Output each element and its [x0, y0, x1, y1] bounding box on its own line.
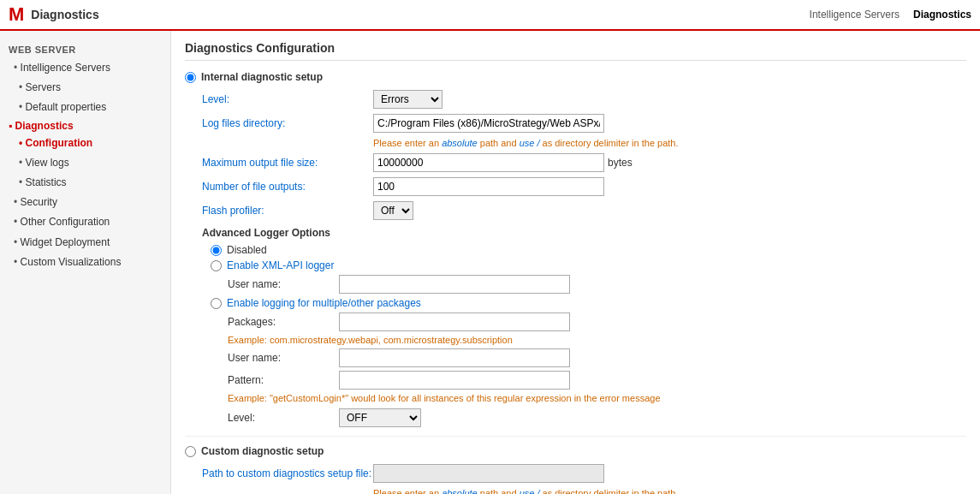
sidebar-item-other-config[interactable]: Other Configuration	[0, 212, 170, 232]
pattern-hint: Example: "getCustomLogin*" would look fo…	[185, 393, 966, 403]
adv-logger-title: Advanced Logger Options	[185, 227, 966, 239]
packages-label: Packages:	[228, 316, 339, 328]
username2-label: User name:	[228, 352, 339, 364]
level-select[interactable]: Errors Warnings Info Debug	[373, 90, 442, 109]
flash-profiler-label: Flash profiler:	[202, 205, 373, 217]
sidebar-item-configuration[interactable]: Configuration	[0, 134, 170, 153]
packages-hint: Example: com.microstrategy.webapi, com.m…	[185, 335, 966, 345]
num-files-input[interactable]	[373, 177, 604, 196]
sidebar-item-security[interactable]: Security	[0, 193, 170, 212]
pattern-row: Pattern:	[185, 371, 966, 390]
layout: WEB SERVER Intelligence Servers Servers …	[0, 31, 980, 494]
level2-row: Level: OFF ERRORS WARNINGS INFO DEBUG	[185, 408, 966, 427]
custom-setup-label: Custom diagnostic setup	[201, 445, 324, 457]
custom-path-row: Path to custom diagnostics setup file:	[185, 464, 966, 483]
logo: M	[9, 5, 24, 24]
radio-disabled-label: Disabled	[227, 244, 267, 256]
radio-xml-api-label: Enable XML-API logger	[227, 259, 334, 271]
packages-row: Packages:	[185, 312, 966, 331]
custom-setup-header: Custom diagnostic setup	[185, 445, 966, 457]
radio-xml-api[interactable]	[211, 260, 222, 271]
radio-xml-api-row: Enable XML-API logger	[185, 259, 966, 271]
max-size-row: Maximum output file size: bytes	[185, 153, 966, 172]
custom-setup-section: Custom diagnostic setup Path to custom d…	[185, 436, 966, 494]
pattern-input[interactable]	[339, 371, 570, 390]
custom-path-hint: Please enter an absolute path and use / …	[185, 488, 966, 494]
username-row: User name:	[185, 275, 966, 294]
custom-path-label: Path to custom diagnostics setup file:	[202, 467, 373, 479]
sidebar: WEB SERVER Intelligence Servers Servers …	[0, 31, 171, 494]
pattern-label: Pattern:	[228, 374, 339, 386]
radio-packages[interactable]	[211, 298, 222, 309]
num-files-label: Number of file outputs:	[202, 181, 373, 193]
log-dir-hint: Please enter an absolute path and use / …	[185, 138, 966, 148]
max-size-input[interactable]	[373, 153, 604, 172]
sidebar-item-widget-deployment[interactable]: Widget Deployment	[0, 233, 170, 253]
max-size-unit: bytes	[608, 157, 633, 169]
topbar-links: Intelligence Servers Diagnostics	[810, 9, 971, 21]
packages-input[interactable]	[339, 312, 570, 331]
flash-profiler-row: Flash profiler: Off On	[185, 201, 966, 220]
username-label: User name:	[228, 278, 339, 290]
nav-intelligence-servers[interactable]: Intelligence Servers	[810, 9, 900, 21]
custom-setup-radio[interactable]	[185, 446, 196, 457]
main-content: Diagnostics Configuration Internal diagn…	[171, 31, 980, 494]
custom-path-input[interactable]	[373, 464, 604, 483]
sidebar-section: WEB SERVER	[0, 39, 170, 58]
radio-disabled-row: Disabled	[185, 244, 966, 256]
username2-row: User name:	[185, 348, 966, 367]
sidebar-item-servers[interactable]: Servers	[0, 78, 170, 98]
topbar: M Diagnostics Intelligence Servers Diagn…	[0, 0, 980, 31]
internal-setup-header: Internal diagnostic setup	[185, 71, 966, 83]
sidebar-item-statistics[interactable]: Statistics	[0, 173, 170, 193]
level2-label: Level:	[228, 412, 339, 424]
topbar-title: Diagnostics	[31, 8, 809, 21]
num-files-row: Number of file outputs:	[185, 177, 966, 196]
flash-profiler-select[interactable]: Off On	[373, 201, 413, 220]
log-dir-label: Log files directory:	[202, 117, 373, 129]
max-size-label: Maximum output file size:	[202, 157, 373, 169]
level-label: Level:	[202, 93, 373, 105]
sidebar-item-diagnostics[interactable]: ▪ Diagnostics	[0, 118, 170, 134]
username-input[interactable]	[339, 275, 570, 294]
page-title: Diagnostics Configuration	[185, 41, 966, 61]
internal-setup-radio[interactable]	[185, 72, 196, 83]
sidebar-item-intelligence-servers[interactable]: Intelligence Servers	[0, 58, 170, 78]
nav-diagnostics[interactable]: Diagnostics	[913, 9, 971, 21]
sidebar-item-default-properties[interactable]: Default properties	[0, 98, 170, 117]
level2-select[interactable]: OFF ERRORS WARNINGS INFO DEBUG	[339, 408, 421, 427]
log-dir-input[interactable]	[373, 114, 604, 133]
radio-packages-row: Enable logging for multiple/other packag…	[185, 297, 966, 309]
sidebar-item-view-logs[interactable]: View logs	[0, 153, 170, 173]
log-dir-row: Log files directory:	[185, 114, 966, 133]
level-row: Level: Errors Warnings Info Debug	[185, 90, 966, 109]
radio-disabled[interactable]	[211, 245, 222, 256]
internal-setup-label: Internal diagnostic setup	[201, 71, 323, 83]
sidebar-item-custom-viz[interactable]: Custom Visualizations	[0, 253, 170, 272]
username2-input[interactable]	[339, 348, 570, 367]
radio-packages-label: Enable logging for multiple/other packag…	[227, 297, 421, 309]
